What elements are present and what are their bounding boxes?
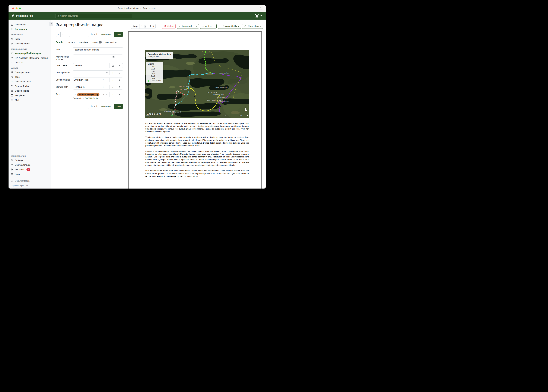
clear-icon[interactable]: ✕ (103, 86, 105, 88)
sidebar-item-label: Close all (15, 61, 23, 64)
sidebar-item-templates[interactable]: Templates (8, 93, 51, 98)
delete-button[interactable]: Delete (162, 24, 176, 29)
legend-row: Day 1 (148, 66, 161, 67)
field-title: Title (56, 47, 123, 52)
question-circle-icon (11, 180, 13, 182)
discard-button[interactable]: Discard (88, 32, 99, 37)
storage-path-add-button[interactable]: + (109, 85, 116, 89)
map-image: Boundary Waters Trip Six days in BWCA Le… (145, 50, 249, 118)
sidebar-section-administration: ADMINISTRATION (8, 153, 51, 158)
sidebar-item-documents[interactable]: Documents (8, 27, 51, 32)
tab-metadata[interactable]: Metadata (79, 41, 88, 45)
document-text-icon (11, 57, 13, 59)
correspondent-select[interactable] (73, 70, 109, 75)
discard-button[interactable]: Discard (88, 104, 99, 109)
save-next-button[interactable]: Save & next (99, 104, 114, 109)
sidebar-item-recently-added[interactable]: Recently Added (8, 41, 51, 46)
sidebar-item-inbox[interactable]: Inbox (8, 37, 51, 41)
sidebar-item-correspondents[interactable]: Correspondents (8, 70, 51, 75)
calendar-button[interactable] (109, 63, 116, 68)
close-document-button[interactable]: ✕ (56, 32, 61, 37)
page-spinner[interactable] (144, 25, 146, 28)
storage-path-filter-button[interactable] (116, 85, 123, 89)
save-button[interactable]: Save (114, 104, 123, 109)
filter-icon (118, 86, 121, 88)
sidebar-item-settings[interactable]: Settings (8, 158, 51, 162)
share-icon[interactable] (259, 7, 262, 11)
sidebar-item-open-doc-current[interactable]: 2sample-pdf-with-images (8, 51, 51, 56)
actions-dropdown[interactable]: ⋯ Actions (200, 24, 216, 29)
brand[interactable]: Paperless-ngx (11, 12, 33, 20)
tags-add-button[interactable]: + (109, 92, 116, 97)
day5-marker-icon (148, 75, 150, 77)
document-type-filter-button[interactable] (116, 78, 123, 82)
sidebar-item-mail[interactable]: Mail (8, 98, 51, 102)
asn-plus-one-button[interactable]: +1 (116, 55, 123, 59)
correspondent-filter-button[interactable] (116, 70, 123, 75)
user-menu[interactable] (255, 14, 262, 18)
save-next-button[interactable]: Save & next (99, 32, 114, 37)
day4-marker-icon (148, 73, 150, 75)
clear-icon[interactable]: ✕ (103, 79, 105, 81)
pdf-preview-frame[interactable]: Boundary Waters Trip Six days in BWCA Le… (128, 31, 262, 189)
page-number-input[interactable]: 1 (140, 24, 147, 28)
previous-document-button[interactable]: ← (60, 32, 65, 37)
tab-content[interactable]: Content (67, 41, 75, 45)
field-label: Storage path (56, 85, 72, 90)
tab-details[interactable]: Details (56, 41, 63, 45)
sidebar-item-file-tasks[interactable]: File Tasks 16 (8, 167, 51, 172)
document-type-select[interactable]: Another Type ✕ (73, 78, 109, 82)
filter-icon (118, 65, 121, 66)
tab-permissions[interactable]: Permissions (105, 41, 118, 45)
sidebar-item-dashboard[interactable]: Dashboard (8, 22, 51, 27)
search-bar[interactable] (55, 14, 132, 18)
asn-spinner[interactable] (112, 56, 115, 58)
sidebar-item-users-groups[interactable]: Users & Groups (8, 162, 51, 167)
sidebar-item-documentation[interactable]: Documentation (8, 179, 51, 183)
sidebar-item-open-doc-2[interactable]: H7_Napoleon_Bonaparte_zadanie (8, 56, 51, 60)
tab-notes[interactable]: Notes1 (92, 41, 101, 45)
island-label: Squirrel Island (220, 101, 229, 102)
storage-path-select[interactable]: Testing 12 ✕ (73, 85, 109, 89)
remove-tag-icon[interactable]: ✕ (74, 93, 76, 96)
document-type-add-button[interactable]: + (109, 78, 116, 82)
filter-icon (118, 79, 121, 81)
document-edit-form: ✕ ← → Discard Save & next Save Details (56, 30, 123, 109)
sidebar-item-tags[interactable]: Tags (8, 75, 51, 79)
map-title-box: Boundary Waters Trip Six days in BWCA (146, 52, 173, 59)
date-filter-button[interactable] (116, 63, 123, 68)
download-button[interactable]: Download (177, 24, 199, 29)
sidebar-item-logs[interactable]: Logs (8, 172, 51, 176)
island-label: Indian Grave Island (216, 86, 228, 88)
map-scale-bar: 3 mi (225, 114, 248, 117)
day3-marker-icon (148, 70, 150, 72)
sidebar-item-document-types[interactable]: # Document Types (8, 79, 51, 84)
search-input[interactable] (60, 15, 130, 17)
next-document-button[interactable]: → (65, 32, 70, 37)
users-icon (11, 164, 13, 166)
tags-select[interactable]: ✕ Another Sample Tag ✕ (73, 92, 109, 97)
tags-filter-button[interactable] (116, 92, 123, 97)
brand-label: Paperless-ngx (16, 14, 33, 17)
custom-fields-dropdown[interactable]: Custom Fields (218, 24, 241, 29)
date-created-input[interactable] (73, 63, 109, 68)
sidebar-item-close-all[interactable]: Close all (8, 60, 51, 65)
gear-icon (11, 159, 13, 161)
correspondent-add-button[interactable]: + (109, 70, 116, 75)
sidebar-item-custom-fields[interactable]: Custom Fields (8, 88, 51, 93)
tag-chip[interactable]: Another Sample Tag (77, 93, 100, 96)
title-input[interactable] (73, 48, 123, 52)
sidebar-item-label: H7_Napoleon_Bonaparte_zadanie (15, 57, 48, 59)
chevron-down-icon (106, 72, 108, 73)
tag-suggestion-link[interactable]: TagWithPartial (85, 97, 98, 99)
sidebar-item-storage-paths[interactable]: Storage Paths (8, 84, 51, 88)
clear-icon[interactable]: ✕ (103, 93, 105, 96)
save-button[interactable]: Save (114, 32, 123, 37)
custom-fields-label: Custom Fields (223, 25, 237, 28)
share-links-dropdown[interactable]: Share Links (242, 24, 263, 29)
download-dropdown-toggle[interactable] (195, 24, 199, 28)
island-label: Gary Island (180, 88, 187, 90)
asn-input[interactable] (73, 55, 112, 59)
download-main[interactable]: Download (177, 24, 194, 28)
sidebar-collapse-button[interactable]: « (49, 22, 53, 26)
